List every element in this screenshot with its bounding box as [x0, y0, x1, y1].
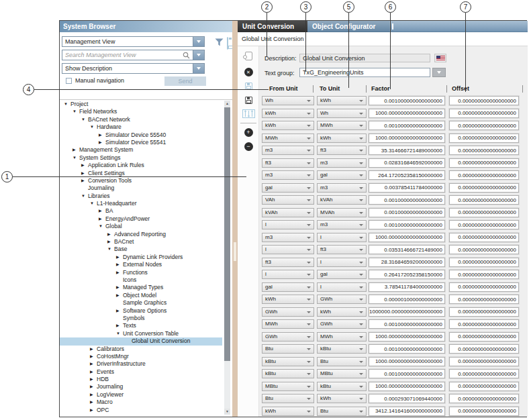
offset-input[interactable]: [449, 220, 519, 229]
to-unit-select[interactable]: m3: [317, 183, 367, 193]
expanded-arrow-icon[interactable]: ▼: [64, 101, 70, 108]
from-unit-select[interactable]: kWh: [262, 109, 314, 118]
tree-item[interactable]: ▶Dynamic Link Providers: [60, 254, 222, 261]
factor-input[interactable]: [369, 344, 445, 354]
to-unit-select[interactable]: Wh: [317, 109, 367, 118]
from-unit-select[interactable]: ft3: [262, 158, 314, 168]
remove-row-icon[interactable]: −: [238, 142, 259, 151]
to-unit-select[interactable]: MWh: [317, 121, 367, 130]
to-unit-select[interactable]: Btu: [317, 407, 367, 416]
expanded-arrow-icon[interactable]: ▼: [90, 123, 97, 131]
to-unit-select[interactable]: kVAh: [317, 195, 367, 205]
factor-input[interactable]: [369, 282, 445, 292]
collapsed-arrow-icon[interactable]: ▶: [90, 376, 97, 383]
view-selector[interactable]: Management View: [62, 36, 205, 47]
splitter-handle[interactable]: [234, 242, 236, 261]
factor-input[interactable]: [369, 220, 445, 229]
from-unit-select[interactable]: m3: [262, 146, 314, 155]
tree-item[interactable]: ▶Journaling: [60, 383, 222, 390]
description-field[interactable]: Global Unit Conversion: [299, 54, 430, 62]
expanded-arrow-icon[interactable]: ▼: [81, 193, 88, 200]
tree-item[interactable]: ▼Base: [60, 246, 222, 253]
factor-input[interactable]: [369, 134, 445, 143]
offset-input[interactable]: [449, 307, 519, 317]
offset-input[interactable]: [449, 183, 519, 193]
expanded-arrow-icon[interactable]: ▼: [73, 108, 79, 115]
subtab-global-unit-conversion[interactable]: Global Unit Conversion: [238, 32, 528, 46]
factor-input[interactable]: [369, 382, 445, 391]
collapsed-arrow-icon[interactable]: ▶: [99, 132, 105, 139]
from-unit-select[interactable]: kWh: [262, 295, 314, 304]
tree-item[interactable]: ▶External Nodes: [60, 261, 222, 268]
from-unit-select[interactable]: MBtu: [262, 382, 314, 391]
collapsed-arrow-icon[interactable]: ▶: [90, 360, 97, 368]
tree-item[interactable]: Global Unit Conversion: [60, 337, 222, 345]
to-unit-select[interactable]: GWh: [317, 295, 367, 304]
factor-input[interactable]: [369, 170, 445, 180]
to-unit-select[interactable]: m3: [317, 220, 367, 229]
factor-input[interactable]: [369, 407, 445, 416]
collapsed-arrow-icon[interactable]: ▶: [81, 162, 88, 169]
collapsed-arrow-icon[interactable]: ▶: [90, 391, 97, 399]
collapsed-arrow-icon[interactable]: ▶: [90, 399, 97, 406]
to-unit-select[interactable]: GWh: [317, 319, 367, 329]
to-unit-select[interactable]: MVAh: [317, 208, 367, 217]
offset-input[interactable]: [449, 134, 519, 143]
scroll-down-icon[interactable]: ▼: [224, 409, 230, 415]
collapsed-arrow-icon[interactable]: ▶: [81, 177, 88, 185]
to-unit-select[interactable]: kWh: [317, 134, 367, 143]
to-unit-select[interactable]: kBtu: [317, 344, 367, 354]
from-unit-select[interactable]: GWh: [262, 307, 314, 317]
tab-unit-conversion[interactable]: Unit Conversion: [238, 21, 307, 32]
language-flag-button[interactable]: [434, 54, 446, 62]
from-unit-select[interactable]: kBtu: [262, 369, 314, 378]
scrollbar-thumb[interactable]: [224, 107, 230, 361]
offset-input[interactable]: [449, 282, 519, 292]
offset-input[interactable]: [449, 344, 519, 354]
tree-item[interactable]: ▶Functions: [60, 269, 222, 276]
tree-item[interactable]: ▶LogViewer: [60, 391, 222, 399]
factor-input[interactable]: [369, 158, 445, 168]
tree-item[interactable]: Symbols: [60, 315, 222, 322]
factor-input[interactable]: [369, 332, 445, 342]
tree-item[interactable]: ▶Simulator Device 55540: [60, 132, 222, 139]
factor-input[interactable]: [369, 270, 445, 279]
tree-item[interactable]: ▶Advanced Reporting: [60, 231, 222, 238]
factor-input[interactable]: [369, 146, 445, 155]
from-unit-select[interactable]: VAh: [262, 195, 314, 205]
offset-input[interactable]: [449, 170, 519, 180]
factor-input[interactable]: [369, 109, 445, 118]
expanded-arrow-icon[interactable]: ▼: [116, 330, 123, 337]
to-unit-select[interactable]: kBtu: [317, 382, 367, 391]
from-unit-select[interactable]: kWh: [262, 407, 314, 416]
collapsed-arrow-icon[interactable]: ▶: [90, 383, 97, 390]
tree-item[interactable]: ▶EnergyAndPower: [60, 215, 222, 223]
offset-input[interactable]: [449, 96, 519, 105]
from-unit-select[interactable]: Btu: [262, 344, 314, 354]
factor-input[interactable]: [369, 319, 445, 329]
tree-item[interactable]: Icons: [60, 276, 222, 284]
filter-icon[interactable]: [215, 37, 224, 49]
tree-item[interactable]: ▼Project: [60, 101, 222, 108]
tree-item[interactable]: ▶BACnet: [60, 238, 222, 246]
tree-item[interactable]: ▶BA: [60, 207, 222, 215]
offset-input[interactable]: [449, 382, 519, 391]
tree-item[interactable]: ▼Field Networks: [60, 108, 222, 115]
offset-input[interactable]: [449, 270, 519, 279]
expanded-arrow-icon[interactable]: ▼: [73, 154, 79, 162]
from-unit-select[interactable]: Wh: [262, 96, 314, 105]
to-unit-select[interactable]: kWh: [317, 394, 367, 403]
factor-input[interactable]: [369, 208, 445, 217]
tree-item[interactable]: ▼Unit Conversion Table: [60, 330, 222, 337]
tree-item[interactable]: ▼L1-Headquarter: [60, 200, 222, 207]
offset-input[interactable]: [449, 146, 519, 155]
to-unit-select[interactable]: kWh: [317, 96, 367, 105]
from-unit-select[interactable]: l: [262, 245, 314, 254]
to-unit-select[interactable]: l: [317, 258, 367, 267]
offset-input[interactable]: [449, 195, 519, 205]
search-input[interactable]: Search Management View: [62, 50, 205, 60]
collapsed-arrow-icon[interactable]: ▶: [73, 146, 79, 154]
offset-input[interactable]: [449, 407, 519, 416]
to-unit-select[interactable]: m3: [317, 158, 367, 168]
to-unit-select[interactable]: MWh: [317, 332, 367, 342]
